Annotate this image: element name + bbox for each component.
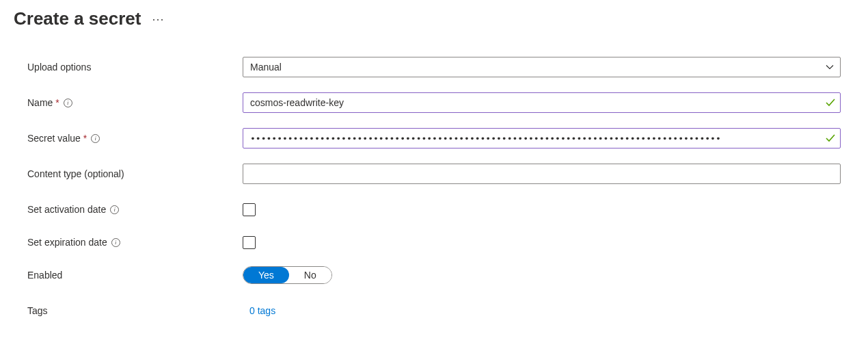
label-text-tags: Tags: [27, 305, 48, 316]
row-content-type: Content type (optional): [27, 164, 841, 184]
check-icon: [826, 98, 835, 107]
label-text-upload-options: Upload options: [27, 62, 91, 73]
label-text-enabled: Enabled: [27, 270, 62, 281]
label-text-secret-value: Secret value: [27, 133, 81, 144]
expiration-date-checkbox[interactable]: [243, 236, 256, 249]
label-expiration-date: Set expiration date i: [27, 237, 243, 248]
label-text-content-type: Content type (optional): [27, 168, 124, 179]
label-text-name: Name: [27, 97, 53, 108]
label-text-expiration-date: Set expiration date: [27, 237, 107, 248]
info-icon[interactable]: i: [91, 134, 100, 143]
info-icon[interactable]: i: [110, 205, 119, 214]
upload-options-value: Manual: [250, 62, 282, 73]
upload-options-select[interactable]: Manual: [243, 57, 841, 77]
check-icon: [826, 133, 835, 143]
row-enabled: Enabled Yes No: [27, 265, 841, 285]
label-text-activation-date: Set activation date: [27, 204, 106, 215]
row-activation-date: Set activation date i: [27, 199, 841, 220]
row-secret-value: Secret value * i: [27, 128, 841, 148]
info-icon[interactable]: i: [64, 99, 72, 107]
row-expiration-date: Set expiration date i: [27, 232, 841, 253]
create-secret-form: Upload options Manual Name * i: [0, 29, 868, 321]
row-tags: Tags 0 tags: [27, 300, 841, 321]
row-name: Name * i: [27, 92, 841, 113]
label-tags: Tags: [27, 305, 243, 316]
activation-date-checkbox[interactable]: [243, 203, 256, 216]
label-activation-date: Set activation date i: [27, 204, 243, 215]
required-star-icon: *: [55, 97, 59, 108]
page-title: Create a secret: [14, 8, 141, 29]
tags-link[interactable]: 0 tags: [243, 305, 275, 316]
more-icon[interactable]: ⋯: [152, 12, 165, 27]
enabled-no-button[interactable]: No: [289, 267, 331, 283]
enabled-yes-button[interactable]: Yes: [243, 267, 289, 283]
label-secret-value: Secret value * i: [27, 133, 243, 144]
info-icon[interactable]: i: [111, 238, 120, 247]
label-upload-options: Upload options: [27, 62, 243, 73]
label-enabled: Enabled: [27, 270, 243, 281]
page-header: Create a secret ⋯: [0, 0, 868, 29]
label-name: Name * i: [27, 97, 243, 108]
label-content-type: Content type (optional): [27, 168, 243, 179]
required-star-icon: *: [83, 133, 87, 144]
content-type-input[interactable]: [243, 164, 841, 184]
row-upload-options: Upload options Manual: [27, 57, 841, 77]
secret-value-input[interactable]: [243, 128, 841, 148]
name-input[interactable]: [243, 92, 841, 113]
enabled-toggle: Yes No: [243, 266, 332, 284]
